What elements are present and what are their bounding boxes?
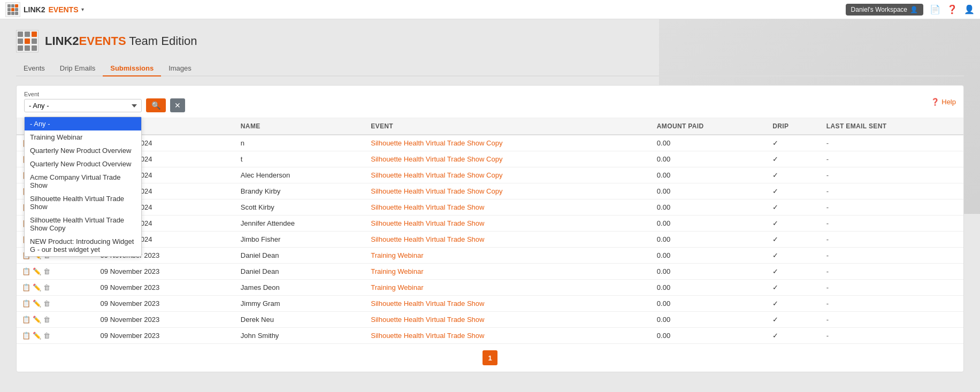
search-button[interactable]: 🔍 bbox=[146, 98, 166, 112]
view-icon[interactable]: 📋 bbox=[22, 332, 30, 340]
row-amount: 0.00 bbox=[652, 167, 767, 183]
table-row: 📋 ✏️ 🗑 09 November 2023 Daniel Dean Trai… bbox=[17, 248, 963, 264]
svg-rect-14 bbox=[32, 39, 37, 44]
row-name: t bbox=[235, 151, 365, 167]
svg-rect-0 bbox=[7, 4, 11, 7]
event-filter-select[interactable]: - Any - Training Webinar Quarterly New P… bbox=[24, 99, 142, 112]
search-icon: 🔍 bbox=[151, 101, 160, 110]
row-last-email: - bbox=[821, 216, 963, 232]
dropdown-option-any[interactable]: - Any - bbox=[25, 117, 141, 130]
row-event[interactable]: Silhouette Health Virtual Trade Show Cop… bbox=[365, 151, 652, 167]
event-filter-group: Event - Any - Training Webinar Quarterly… bbox=[24, 91, 142, 112]
svg-rect-3 bbox=[7, 8, 11, 11]
tab-events[interactable]: Events bbox=[16, 61, 52, 76]
document-icon[interactable]: 📄 bbox=[930, 4, 940, 14]
row-actions: 📋 ✏️ 🗑 bbox=[17, 264, 95, 280]
edit-icon[interactable]: ✏️ bbox=[33, 267, 41, 275]
svg-rect-5 bbox=[15, 8, 18, 11]
row-date: 09 November 2023 bbox=[95, 312, 235, 328]
row-event[interactable]: Training Webinar bbox=[365, 248, 652, 264]
dropdown-option-quarterly-1[interactable]: Quarterly New Product Overview bbox=[25, 144, 141, 157]
page-1-button[interactable]: 1 bbox=[483, 350, 497, 365]
row-event[interactable]: Training Webinar bbox=[365, 264, 652, 280]
svg-rect-15 bbox=[18, 45, 23, 51]
dropdown-option-new-product[interactable]: NEW Product: Introducing Widget G - our … bbox=[25, 235, 141, 256]
dropdown-option-acme[interactable]: Acme Company Virtual Trade Show bbox=[25, 171, 141, 192]
workspace-button[interactable]: Daniel's Workspace 👤 bbox=[846, 4, 923, 16]
view-icon[interactable]: 📋 bbox=[22, 267, 30, 275]
row-event[interactable]: Training Webinar bbox=[365, 280, 652, 296]
row-last-email: - bbox=[821, 183, 963, 199]
delete-icon[interactable]: 🗑 bbox=[43, 283, 50, 291]
delete-icon[interactable]: 🗑 bbox=[43, 299, 50, 308]
row-last-email: - bbox=[821, 151, 963, 167]
row-drip: ✓ bbox=[767, 280, 821, 296]
top-bar: LINK2EVENTS ▾ Daniel's Workspace 👤 📄 ❓ 👤 bbox=[0, 0, 980, 19]
user-avatar-icon[interactable]: 👤 bbox=[964, 4, 975, 14]
row-amount: 0.00 bbox=[652, 183, 767, 199]
row-last-email: - bbox=[821, 296, 963, 312]
table-row: 📋 ✏️ 🗑 03 January 2024 Jennifer Attendee… bbox=[17, 216, 963, 232]
row-name: James Deon bbox=[235, 280, 365, 296]
row-event[interactable]: Silhouette Health Virtual Trade Show bbox=[365, 232, 652, 248]
row-date: 09 November 2023 bbox=[95, 280, 235, 296]
app-header: LINK2EVENTS Team Edition bbox=[16, 30, 964, 52]
app-logo-large bbox=[16, 30, 39, 52]
row-drip: ✓ bbox=[767, 296, 821, 312]
topbar-dropdown-caret[interactable]: ▾ bbox=[81, 6, 84, 12]
table-row: 📋 ✏️ 🗑 09 November 2023 Derek Neu Silhou… bbox=[17, 312, 963, 328]
top-logo-link2: LINK2 bbox=[24, 5, 45, 14]
row-last-email: - bbox=[821, 328, 963, 344]
title-events: EVENTS bbox=[79, 34, 126, 48]
row-event[interactable]: Silhouette Health Virtual Trade Show bbox=[365, 312, 652, 328]
view-icon[interactable]: 📋 bbox=[22, 299, 30, 308]
row-event[interactable]: Silhouette Health Virtual Trade Show Cop… bbox=[365, 135, 652, 151]
table-row: 📋 ✏️ 🗑 03 January 2024 Scott Kirby Silho… bbox=[17, 199, 963, 216]
svg-rect-17 bbox=[32, 45, 37, 51]
edit-icon[interactable]: ✏️ bbox=[33, 316, 41, 324]
help-button[interactable]: ❓ Help bbox=[931, 98, 956, 106]
delete-icon[interactable]: 🗑 bbox=[43, 332, 50, 340]
view-icon[interactable]: 📋 bbox=[22, 316, 30, 324]
dropdown-option-silhouette[interactable]: Silhouette Health Virtual Trade Show bbox=[25, 192, 141, 213]
row-date: 09 November 2023 bbox=[95, 328, 235, 344]
help-circle-icon: ❓ bbox=[931, 98, 939, 106]
col-event: EVENT bbox=[365, 118, 652, 135]
tab-drip-emails[interactable]: Drip Emails bbox=[52, 61, 103, 76]
row-name: Jimbo Fisher bbox=[235, 232, 365, 248]
dropdown-option-silhouette-copy[interactable]: Silhouette Health Virtual Trade Show Cop… bbox=[25, 213, 141, 235]
clear-button[interactable]: ✕ bbox=[170, 98, 185, 112]
clear-icon: ✕ bbox=[174, 101, 181, 110]
svg-rect-6 bbox=[7, 12, 11, 15]
svg-rect-12 bbox=[18, 39, 23, 44]
row-amount: 0.00 bbox=[652, 151, 767, 167]
nav-tabs: Events Drip Emails Submissions Images bbox=[16, 61, 964, 76]
edit-icon[interactable]: ✏️ bbox=[33, 299, 41, 308]
row-date: 09 November 2023 bbox=[95, 296, 235, 312]
row-drip: ✓ bbox=[767, 199, 821, 216]
row-name: Jimmy Gram bbox=[235, 296, 365, 312]
tab-submissions[interactable]: Submissions bbox=[103, 61, 161, 76]
delete-icon[interactable]: 🗑 bbox=[43, 316, 50, 324]
row-drip: ✓ bbox=[767, 135, 821, 151]
row-amount: 0.00 bbox=[652, 312, 767, 328]
tab-images[interactable]: Images bbox=[161, 61, 199, 76]
row-event[interactable]: Silhouette Health Virtual Trade Show Cop… bbox=[365, 183, 652, 199]
main-content: LINK2EVENTS Team Edition Events Drip Ema… bbox=[0, 19, 980, 383]
row-event[interactable]: Silhouette Health Virtual Trade Show bbox=[365, 199, 652, 216]
edit-icon[interactable]: ✏️ bbox=[33, 332, 41, 340]
row-event[interactable]: Silhouette Health Virtual Trade Show Cop… bbox=[365, 167, 652, 183]
col-drip: DRIP bbox=[767, 118, 821, 135]
edit-icon[interactable]: ✏️ bbox=[33, 283, 41, 291]
dropdown-option-training-webinar[interactable]: Training Webinar bbox=[25, 130, 141, 144]
dropdown-option-quarterly-2[interactable]: Quarterly New Product Overview bbox=[25, 157, 141, 171]
row-event[interactable]: Silhouette Health Virtual Trade Show bbox=[365, 328, 652, 344]
row-event[interactable]: Silhouette Health Virtual Trade Show bbox=[365, 216, 652, 232]
view-icon[interactable]: 📋 bbox=[22, 283, 30, 291]
help-circle-icon[interactable]: ❓ bbox=[947, 4, 958, 14]
help-label: Help bbox=[941, 98, 956, 106]
top-bar-right: Daniel's Workspace 👤 📄 ❓ 👤 bbox=[846, 4, 975, 16]
row-last-email: - bbox=[821, 280, 963, 296]
delete-icon[interactable]: 🗑 bbox=[43, 267, 50, 275]
row-event[interactable]: Silhouette Health Virtual Trade Show bbox=[365, 296, 652, 312]
